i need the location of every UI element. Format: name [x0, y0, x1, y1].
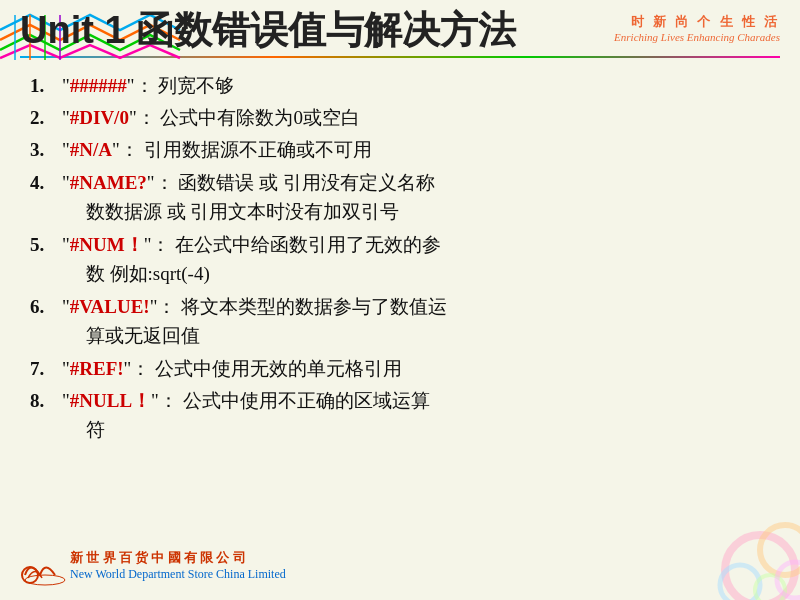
- header: Unit 1 函数错误值与解决方法 时 新 尚 个 生 性 活 Enrichin…: [0, 0, 800, 54]
- error-code: ######: [70, 75, 127, 96]
- error-code: #N/A: [70, 139, 112, 160]
- brand-tagline-cn: 时 新 尚 个 生 性 活: [614, 13, 780, 31]
- error-code: #NULL！: [70, 390, 151, 411]
- list-item: 3. "#N/A"： 引用数据源不正确或不可用: [30, 135, 770, 164]
- item-text: "#NUM！"： 在公式中给函数引用了无效的参 数 例如:sqrt(-4): [62, 230, 770, 289]
- error-code: #VALUE!: [70, 296, 150, 317]
- item-text: "#NULL！"： 公式中使用不正确的区域运算 符: [62, 386, 770, 445]
- list-item: 4. "#NAME?"： 函数错误 或 引用没有定义名称 数数据源 或 引用文本…: [30, 168, 770, 227]
- company-info: 新 世 界 百 货 中 國 有 限 公 司 New World Departme…: [70, 549, 286, 582]
- item-text: "######"： 列宽不够: [62, 71, 770, 100]
- item-number: 8.: [30, 386, 62, 415]
- list-item: 8. "#NULL！"： 公式中使用不正确的区域运算 符: [30, 386, 770, 445]
- item-number: 5.: [30, 230, 62, 259]
- list-item: 7. "#REF!"： 公式中使用无效的单元格引用: [30, 354, 770, 383]
- list-item: 6. "#VALUE!"： 将文本类型的数据参与了数值运 算或无返回值: [30, 292, 770, 351]
- error-code: #NAME?: [70, 172, 147, 193]
- list-item: 1. "######"： 列宽不够: [30, 71, 770, 100]
- item-text: "#VALUE!"： 将文本类型的数据参与了数值运 算或无返回值: [62, 292, 770, 351]
- error-list: 1. "######"： 列宽不够 2. "#DIV/0"： 公式中有除数为0或…: [30, 71, 770, 445]
- error-code: #NUM！: [70, 234, 144, 255]
- item-number: 2.: [30, 103, 62, 132]
- item-text: "#NAME?"： 函数错误 或 引用没有定义名称 数数据源 或 引用文本时没有…: [62, 168, 770, 227]
- item-text: "#REF!"： 公式中使用无效的单元格引用: [62, 354, 770, 383]
- bottom-area: 新 世 界 百 货 中 國 有 限 公 司 New World Departme…: [0, 530, 800, 600]
- company-name-cn: 新 世 界 百 货 中 國 有 限 公 司: [70, 549, 286, 567]
- content-area: 1. "######"： 列宽不够 2. "#DIV/0"： 公式中有除数为0或…: [0, 66, 800, 458]
- item-number: 1.: [30, 71, 62, 100]
- item-text: "#DIV/0"： 公式中有除数为0或空白: [62, 103, 770, 132]
- list-item: 2. "#DIV/0"： 公式中有除数为0或空白: [30, 103, 770, 132]
- item-number: 7.: [30, 354, 62, 383]
- item-text: "#N/A"： 引用数据源不正确或不可用: [62, 135, 770, 164]
- title-text: Unit 1 函数错误值与解决方法: [20, 9, 516, 51]
- company-logo: [20, 540, 70, 590]
- brand-top: 时 新 尚 个 生 性 活 Enriching Lives Enhancing …: [614, 8, 780, 43]
- page-title: Unit 1 函数错误值与解决方法: [20, 8, 516, 54]
- company-name-en: New World Department Store China Limited: [70, 567, 286, 582]
- error-code: #REF!: [70, 358, 124, 379]
- svg-point-5: [25, 575, 65, 585]
- bottom-decoration: [600, 520, 800, 600]
- item-number: 4.: [30, 168, 62, 197]
- item-number: 6.: [30, 292, 62, 321]
- item-number: 3.: [30, 135, 62, 164]
- page: Unit 1 函数错误值与解决方法 时 新 尚 个 生 性 活 Enrichin…: [0, 0, 800, 600]
- error-code: #DIV/0: [70, 107, 129, 128]
- list-item: 5. "#NUM！"： 在公式中给函数引用了无效的参 数 例如:sqrt(-4): [30, 230, 770, 289]
- brand-tagline-en: Enriching Lives Enhancing Charades: [614, 31, 780, 43]
